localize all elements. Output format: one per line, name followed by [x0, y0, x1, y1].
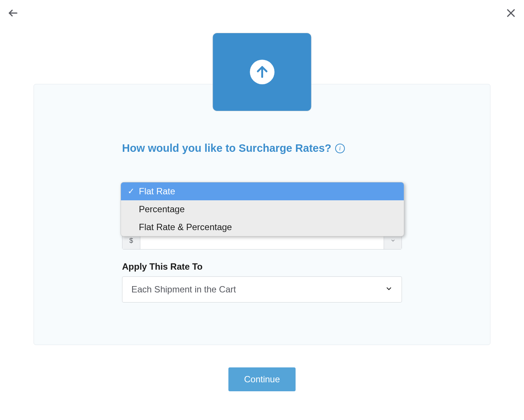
info-icon[interactable]: i — [335, 144, 345, 153]
chevron-down-icon — [385, 284, 393, 295]
option-label: Flat Rate — [139, 186, 175, 196]
continue-button[interactable]: Continue — [228, 367, 296, 391]
page-title: How would you like to Surcharge Rates? — [122, 142, 331, 154]
arrow-up-icon — [250, 60, 274, 84]
option-flat-and-percentage[interactable]: Flat Rate & Percentage — [121, 218, 404, 236]
surcharge-tile — [213, 33, 312, 111]
form-panel: How would you like to Surcharge Rates? i… — [34, 84, 490, 345]
option-percentage[interactable]: Percentage — [121, 200, 404, 218]
close-button[interactable] — [505, 7, 517, 20]
apply-to-select[interactable]: Each Shipment in the Cart — [122, 276, 402, 303]
option-flat-rate[interactable]: ✓ Flat Rate — [121, 182, 404, 200]
check-icon: ✓ — [128, 187, 134, 196]
apply-to-label: Apply This Rate To — [122, 261, 402, 272]
back-button[interactable] — [7, 7, 19, 20]
option-label: Flat Rate & Percentage — [139, 222, 232, 232]
option-label: Percentage — [139, 204, 185, 214]
apply-to-value: Each Shipment in the Cart — [131, 284, 236, 295]
surcharge-type-dropdown[interactable]: ✓ Flat Rate Percentage Flat Rate & Perce… — [121, 182, 404, 236]
